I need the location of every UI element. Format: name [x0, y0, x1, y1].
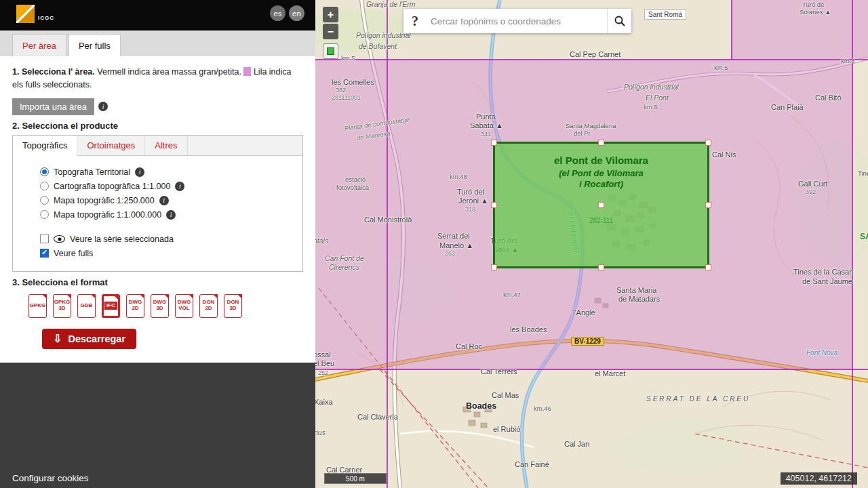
- map-label: fotovoltaica: [336, 184, 369, 191]
- option-veure-fulls[interactable]: ✓ Veure fulls: [40, 249, 294, 258]
- checkbox-checked-icon[interactable]: ✓: [40, 249, 49, 258]
- map-label: Cal Claveria: [357, 413, 398, 421]
- format-label: GDB: [81, 303, 93, 309]
- selection-handle-top-left[interactable]: [491, 140, 497, 146]
- configure-cookies-link[interactable]: Configurar cookies: [12, 473, 89, 483]
- option-veure-serie[interactable]: Veure la sèrie seleccionada: [40, 235, 294, 244]
- format-dgn-3d-button[interactable]: DGN3D: [224, 294, 242, 318]
- map-label: el Rubió: [493, 425, 520, 433]
- map-label: Cal Mas: [492, 391, 519, 399]
- info-icon[interactable]: i: [175, 182, 184, 191]
- selection-rectangle[interactable]: el Pont de Vilomara (el Pont de Vilomara…: [493, 142, 709, 268]
- option-cartografia-topografica[interactable]: Cartografia topogràfica 1:1.000 i: [40, 182, 294, 191]
- download-button[interactable]: ⇩ Descarregar: [42, 329, 136, 349]
- download-label: Descarregar: [68, 333, 125, 344]
- format-gdb-button[interactable]: GDB: [77, 294, 96, 318]
- map-label: km.48: [450, 173, 467, 180]
- info-icon[interactable]: i: [135, 167, 144, 177]
- step2-heading: 2. Selecciona el producte: [12, 121, 303, 131]
- selection-handle-bottom-left[interactable]: [491, 264, 497, 270]
- format-ifc-button[interactable]: IFC: [102, 294, 120, 318]
- product-box: Topogràfics Ortoimatges Altres Topografi…: [12, 135, 303, 272]
- eye-icon: [54, 235, 65, 243]
- selection-handle-top-middle[interactable]: [598, 140, 604, 146]
- help-icon[interactable]: ?: [403, 9, 427, 33]
- map-label: Santa Magdalena: [566, 122, 616, 129]
- format-gpkg-button[interactable]: GPKG: [28, 294, 47, 318]
- file-fold-icon: [189, 294, 193, 299]
- checkbox-icon[interactable]: [40, 235, 49, 243]
- map-label: Can Fainé: [515, 460, 549, 468]
- map-label: el Beu: [315, 359, 334, 367]
- format-gpkg-3d-button[interactable]: GPKG3D: [53, 294, 71, 318]
- option-mapa-1000000[interactable]: Mapa topogràfic 1:1.000.000 i: [40, 210, 294, 220]
- selection-handle-top-right[interactable]: [705, 140, 711, 146]
- map-area[interactable]: Granja de l'ErmTuró deSolanes ▲Sant Romà…: [315, 0, 868, 488]
- step1-warning: Vermell indica àrea massa gran/petita.: [97, 67, 241, 77]
- tab-ortoimatges[interactable]: Ortoimatges: [77, 136, 145, 155]
- zoom-in-button[interactable]: +: [323, 7, 338, 22]
- map-label: km.6: [644, 103, 658, 110]
- radio-icon[interactable]: [40, 210, 49, 219]
- map-label: ossal: [315, 350, 331, 359]
- info-icon[interactable]: i: [159, 196, 169, 205]
- selection-handle-bottom-middle[interactable]: [598, 264, 604, 270]
- format-label: DGN3D: [227, 300, 239, 312]
- search-input[interactable]: [427, 9, 607, 33]
- option-mapa-250000[interactable]: Mapa topogràfic 1:250.000 i: [40, 196, 294, 205]
- file-fold-icon: [91, 294, 96, 299]
- import-area-button[interactable]: Importa una àrea: [12, 98, 94, 115]
- step1-text: 1. Selecciona l' àrea. Vermell indica àr…: [12, 66, 303, 92]
- step3-heading: 3. Selecciona el format: [12, 277, 303, 287]
- map-label: de Sant Jaume: [802, 277, 852, 285]
- radio-icon[interactable]: [40, 182, 49, 190]
- map-label: les Boades: [510, 325, 547, 333]
- sidebar: ICGC es en Per àrea Per fulls 1. Selecci…: [0, 0, 315, 488]
- format-label: DWGVOL: [178, 300, 191, 312]
- tab-altres[interactable]: Altres: [145, 136, 187, 155]
- tab-topografics[interactable]: Topogràfics: [13, 136, 77, 156]
- map-label: Jeroni ▲: [458, 197, 488, 205]
- radio-icon[interactable]: [40, 196, 49, 205]
- map-label: rius: [315, 428, 326, 436]
- extent-tool-button[interactable]: [323, 43, 338, 59]
- selection-handle-center[interactable]: [598, 202, 604, 208]
- map-label: 341: [481, 131, 491, 138]
- radio-selected-icon[interactable]: [40, 167, 49, 176]
- icgc-logo-icon[interactable]: [16, 5, 35, 23]
- map-label: Cal Roc: [456, 342, 482, 350]
- map-label: Cirerencs: [329, 263, 359, 271]
- option-topografia-territorial[interactable]: Topografia Territorial i: [40, 167, 294, 177]
- language-en-button[interactable]: en: [289, 5, 304, 21]
- green-square-icon: [327, 47, 334, 55]
- tab-per-area[interactable]: Per àrea: [12, 34, 66, 56]
- format-dgn-2d-button[interactable]: DGN2D: [199, 294, 218, 318]
- format-dwg-vol-button[interactable]: DWGVOL: [175, 294, 193, 318]
- map-label: de Manresa: [356, 129, 391, 142]
- file-fold-icon: [66, 294, 71, 299]
- map-label: 263: [445, 250, 455, 257]
- language-es-button[interactable]: es: [270, 5, 285, 21]
- tab-per-fulls[interactable]: Per fulls: [68, 34, 121, 56]
- format-dwg-3d-button[interactable]: DWG3D: [151, 294, 169, 318]
- mode-tabs: Per àrea Per fulls: [0, 30, 315, 56]
- format-dwg-2d-button[interactable]: DWG2D: [126, 294, 144, 318]
- map-label: 281111001: [332, 94, 361, 101]
- search-button[interactable]: [607, 9, 631, 33]
- selection-handle-middle-left[interactable]: [491, 202, 497, 208]
- map-label: les Comelles: [332, 78, 374, 86]
- selection-handle-middle-right[interactable]: [705, 202, 711, 208]
- map-label: km.4: [841, 57, 855, 64]
- selection-handle-bottom-right[interactable]: [705, 264, 711, 270]
- info-icon[interactable]: i: [166, 210, 176, 220]
- map-label: Santa Maria: [616, 286, 656, 294]
- product-tabs: Topogràfics Ortoimatges Altres: [13, 136, 302, 156]
- zoom-out-button[interactable]: −: [323, 24, 338, 39]
- selection-town-sublabel: i Rocafort): [495, 179, 707, 189]
- download-panel: 1. Selecciona l' àrea. Vermell indica àr…: [0, 56, 315, 363]
- file-fold-icon: [213, 294, 218, 299]
- step1-bold: 1. Selecciona l' àrea.: [12, 67, 95, 77]
- format-list: GPKGGPKG3DGDBIFCDWG2DDWG3DDWGVOLDGN2DDGN…: [12, 294, 303, 318]
- format-label: IFC: [104, 302, 117, 310]
- info-icon[interactable]: i: [98, 102, 108, 111]
